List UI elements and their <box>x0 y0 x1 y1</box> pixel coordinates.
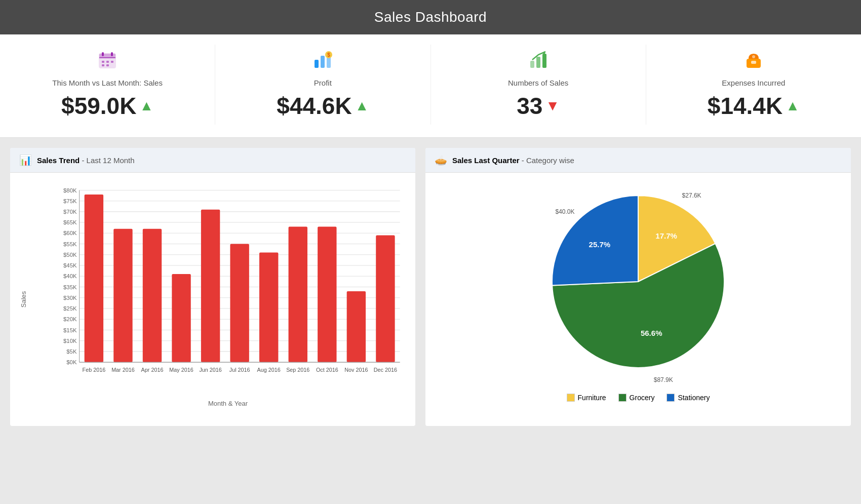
svg-text:Jul 2016: Jul 2016 <box>229 367 250 373</box>
kpi-card-profit: $Profit$44.6K▲ <box>215 45 430 125</box>
svg-text:$45K: $45K <box>63 262 77 268</box>
svg-rect-9 <box>106 64 109 66</box>
svg-rect-70 <box>289 227 307 363</box>
kpi-value-num_sales: 33▼ <box>517 92 560 120</box>
pie-chart-title-bold: Sales Last Quarter <box>452 156 520 165</box>
bar-chart-title: Sales Trend - Last 12 Month <box>37 156 135 165</box>
svg-rect-60 <box>143 229 162 362</box>
svg-text:$0K: $0K <box>66 359 77 365</box>
svg-text:$15K: $15K <box>63 327 77 333</box>
pie-chart-title-light: - Category wise <box>520 156 574 165</box>
kpi-number-sales: $59.0K <box>61 92 136 120</box>
legend-item-furniture: Furniture <box>567 394 606 402</box>
legend-swatch-grocery <box>618 394 627 402</box>
svg-text:Mar 2016: Mar 2016 <box>111 367 135 373</box>
y-axis-label: Sales <box>20 291 27 308</box>
svg-rect-5 <box>102 61 104 63</box>
svg-text:Dec 2016: Dec 2016 <box>374 367 397 373</box>
kpi-card-num_sales: Numbers of Sales33▼ <box>431 45 646 125</box>
svg-text:17.7%: 17.7% <box>655 231 677 240</box>
svg-rect-3 <box>102 52 104 56</box>
legend-item-grocery: Grocery <box>618 394 655 402</box>
svg-rect-7 <box>111 61 113 63</box>
svg-rect-1 <box>99 54 115 58</box>
svg-text:$65K: $65K <box>63 219 77 225</box>
svg-rect-76 <box>376 236 395 363</box>
svg-text:$30K: $30K <box>63 295 77 301</box>
kpi-row: This Month vs Last Month: Sales$59.0K▲$P… <box>0 34 861 138</box>
svg-text:$25K: $25K <box>63 305 77 312</box>
svg-text:$60K: $60K <box>63 230 77 236</box>
legend-swatch-furniture <box>567 394 575 402</box>
svg-text:Jun 2016: Jun 2016 <box>199 367 221 373</box>
svg-rect-58 <box>113 229 132 362</box>
svg-rect-20 <box>751 61 756 64</box>
svg-text:Apr 2016: Apr 2016 <box>141 367 164 373</box>
bar-chart-svg: $80K$75K$70K$65K$60K$55K$50K$45K$40K$35K… <box>51 183 405 396</box>
legend-label-grocery: Grocery <box>630 394 655 402</box>
svg-text:$20K: $20K <box>63 316 77 322</box>
kpi-icon-num_sales <box>528 50 549 74</box>
svg-rect-15 <box>530 61 534 68</box>
svg-rect-72 <box>318 227 336 363</box>
kpi-card-expenses: Expenses Incurred$14.4K▲ <box>646 45 861 125</box>
svg-rect-17 <box>542 54 546 68</box>
legend-label-stationery: Stationery <box>678 394 710 402</box>
legend-label-furniture: Furniture <box>578 394 606 402</box>
svg-rect-6 <box>106 61 109 63</box>
svg-text:$70K: $70K <box>63 209 77 215</box>
svg-text:Nov 2016: Nov 2016 <box>344 367 368 373</box>
svg-text:$75K: $75K <box>63 198 77 204</box>
kpi-icon-sales <box>97 50 118 74</box>
charts-row: 📊 Sales Trend - Last 12 Month Sales $80K… <box>0 138 861 436</box>
svg-text:Feb 2016: Feb 2016 <box>83 367 106 373</box>
svg-rect-10 <box>315 60 319 68</box>
kpi-icon-expenses <box>743 50 764 74</box>
svg-text:$27.6K: $27.6K <box>682 192 701 199</box>
svg-rect-4 <box>111 52 113 56</box>
bar-chart-area: Sales $80K$75K$70K$65K$60K$55K$50K$45K$4… <box>10 173 415 426</box>
svg-point-21 <box>752 55 755 58</box>
svg-rect-11 <box>321 56 325 68</box>
kpi-number-profit: $44.6K <box>277 92 351 120</box>
svg-text:$5K: $5K <box>66 348 77 355</box>
kpi-number-expenses: $14.4K <box>708 92 782 120</box>
svg-rect-8 <box>102 64 104 66</box>
svg-text:56.6%: 56.6% <box>641 329 662 337</box>
kpi-trend-profit: ▲ <box>355 98 369 114</box>
pie-chart-header: 🥧 Sales Last Quarter - Category wise <box>425 148 851 173</box>
kpi-trend-expenses: ▲ <box>786 98 800 114</box>
svg-text:Oct 2016: Oct 2016 <box>316 367 338 373</box>
bar-chart-panel: 📊 Sales Trend - Last 12 Month Sales $80K… <box>10 148 415 426</box>
pie-chart-icon: 🥧 <box>435 154 447 166</box>
pie-chart-area: 17.7%$27.6K56.6%$87.9K25.7%$40.0K Furnit… <box>425 173 851 426</box>
svg-text:$10K: $10K <box>63 338 77 344</box>
legend-swatch-stationery <box>667 394 675 402</box>
kpi-icon-profit: $ <box>312 50 333 74</box>
svg-rect-56 <box>85 195 103 362</box>
svg-text:$35K: $35K <box>63 284 77 290</box>
kpi-value-sales: $59.0K▲ <box>61 92 153 120</box>
pie-chart-svg: 17.7%$27.6K56.6%$87.9K25.7%$40.0K <box>512 183 765 385</box>
pie-chart-panel: 🥧 Sales Last Quarter - Category wise 17.… <box>425 148 851 426</box>
svg-text:Sep 2016: Sep 2016 <box>286 367 309 373</box>
kpi-label-num_sales: Numbers of Sales <box>508 79 568 87</box>
svg-rect-74 <box>347 291 366 362</box>
pie-legend: FurnitureGroceryStationery <box>567 394 710 402</box>
svg-text:25.7%: 25.7% <box>589 240 611 249</box>
kpi-trend-num_sales: ▼ <box>545 98 560 114</box>
svg-text:May 2016: May 2016 <box>169 367 193 373</box>
kpi-value-profit: $44.6K▲ <box>277 92 369 120</box>
svg-text:$55K: $55K <box>63 241 77 247</box>
svg-rect-66 <box>230 244 249 363</box>
svg-text:$80K: $80K <box>63 187 77 193</box>
kpi-number-num_sales: 33 <box>517 92 542 120</box>
bar-chart-title-light: - Last 12 Month <box>80 156 134 165</box>
kpi-value-expenses: $14.4K▲ <box>708 92 800 120</box>
svg-rect-64 <box>201 210 220 362</box>
svg-text:$: $ <box>328 52 331 58</box>
svg-text:$87.9K: $87.9K <box>654 376 673 383</box>
kpi-label-sales: This Month vs Last Month: Sales <box>52 79 163 87</box>
svg-rect-16 <box>536 57 540 68</box>
legend-item-stationery: Stationery <box>667 394 710 402</box>
